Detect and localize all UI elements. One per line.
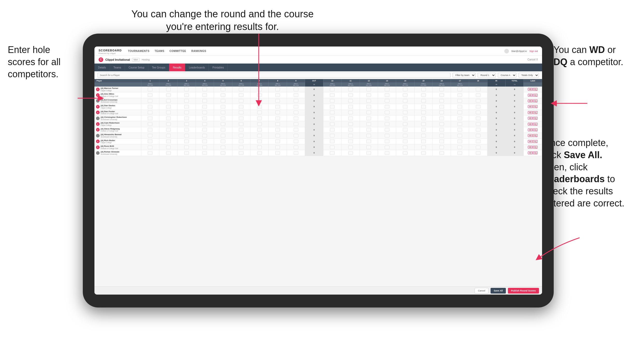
- hole-9-input[interactable]: [294, 122, 298, 126]
- hole-5-input[interactable]: [221, 88, 225, 91]
- hole-13-input[interactable]: [385, 88, 389, 91]
- hole-9-input[interactable]: [294, 128, 298, 132]
- hole-18-input[interactable]: [476, 105, 480, 109]
- hole-7-input[interactable]: [257, 151, 262, 155]
- wd-button[interactable]: WD: [528, 123, 533, 126]
- hole-14-input[interactable]: [403, 134, 408, 137]
- hole-14-input[interactable]: [403, 88, 408, 91]
- hole-14-input[interactable]: [403, 99, 408, 103]
- hole-7-input[interactable]: [257, 88, 262, 91]
- hole-8-input[interactable]: [275, 99, 280, 103]
- sign-out-link[interactable]: Sign out: [529, 50, 538, 52]
- hole-7-input[interactable]: [257, 122, 262, 126]
- hole-7-input[interactable]: [257, 117, 262, 120]
- hole-8-input[interactable]: [275, 122, 280, 126]
- hole-9-input[interactable]: [294, 93, 298, 97]
- hole-13-input[interactable]: [385, 145, 389, 149]
- hole-10-input[interactable]: [330, 99, 335, 103]
- hole-9-input[interactable]: [294, 99, 298, 103]
- dq-button[interactable]: DQ: [533, 117, 538, 120]
- hole-6-input[interactable]: [239, 93, 243, 97]
- hole-13-input[interactable]: [385, 151, 389, 155]
- hole-7-input[interactable]: [257, 134, 262, 137]
- hole-7-input[interactable]: [257, 145, 262, 149]
- hole-3-input[interactable]: [184, 145, 189, 149]
- hole-11-input[interactable]: [348, 93, 353, 97]
- hole-13-input[interactable]: [385, 140, 389, 143]
- hole-6-input[interactable]: [239, 117, 243, 120]
- hole-11-input[interactable]: [348, 134, 353, 137]
- hole-15-input[interactable]: [421, 111, 426, 114]
- hole-11-input[interactable]: [348, 128, 353, 132]
- hole-12-input[interactable]: [366, 99, 371, 103]
- tab-leaderboards[interactable]: Leaderboards: [185, 64, 209, 71]
- hole-2-input[interactable]: [166, 88, 171, 91]
- tab-details[interactable]: Details: [94, 64, 110, 71]
- hole-12-input[interactable]: [366, 122, 371, 126]
- hole-14-input[interactable]: [403, 128, 408, 132]
- hole-11-input[interactable]: [348, 117, 353, 120]
- hole-1-input[interactable]: [148, 140, 152, 143]
- wd-button[interactable]: WD: [528, 134, 533, 137]
- hole-12-input[interactable]: [366, 117, 371, 120]
- search-input[interactable]: [98, 73, 450, 78]
- hole-3-input[interactable]: [184, 117, 189, 120]
- hole-3-input[interactable]: [184, 140, 189, 143]
- hole-10-input[interactable]: [330, 134, 335, 137]
- hole-14-input[interactable]: [403, 111, 408, 114]
- nav-teams[interactable]: TEAMS: [155, 50, 165, 52]
- hole-9-input[interactable]: [294, 111, 298, 114]
- hole-16-input[interactable]: [439, 134, 444, 137]
- hole-18-input[interactable]: [476, 99, 480, 103]
- hole-4-input[interactable]: [202, 93, 207, 97]
- hole-2-input[interactable]: [166, 117, 171, 120]
- hole-14-input[interactable]: [403, 145, 408, 149]
- hole-6-input[interactable]: [239, 145, 243, 149]
- hole-6-input[interactable]: [239, 134, 243, 137]
- hole-18-input[interactable]: [476, 117, 480, 120]
- hole-5-input[interactable]: [221, 93, 225, 97]
- hole-6-input[interactable]: [239, 111, 243, 114]
- hole-4-input[interactable]: [202, 117, 207, 120]
- hole-5-input[interactable]: [221, 117, 225, 120]
- hole-17-input[interactable]: [457, 105, 462, 109]
- hole-1-input[interactable]: [148, 99, 152, 103]
- hole-4-input[interactable]: [202, 128, 207, 132]
- hole-11-input[interactable]: [348, 111, 353, 114]
- hole-16-input[interactable]: [439, 140, 444, 143]
- hole-3-input[interactable]: [184, 111, 189, 114]
- dq-button[interactable]: DQ: [533, 111, 538, 114]
- hole-6-input[interactable]: [239, 105, 243, 109]
- hole-11-input[interactable]: [348, 140, 353, 143]
- hole-4-input[interactable]: [202, 88, 207, 91]
- hole-15-input[interactable]: [421, 105, 426, 109]
- hole-18-input[interactable]: [476, 151, 480, 155]
- hole-1-input[interactable]: [148, 151, 152, 155]
- hole-4-input[interactable]: [202, 140, 207, 143]
- tab-teams[interactable]: Teams: [110, 64, 125, 71]
- hole-5-input[interactable]: [221, 122, 225, 126]
- dq-button[interactable]: DQ: [533, 146, 538, 149]
- hole-18-input[interactable]: [476, 145, 480, 149]
- tab-tee-groups[interactable]: Tee Groups: [148, 64, 169, 71]
- hole-15-input[interactable]: [421, 140, 426, 143]
- hole-17-input[interactable]: [457, 134, 462, 137]
- publish-button[interactable]: Publish Round Scores: [508, 288, 539, 294]
- hole-16-input[interactable]: [439, 122, 444, 126]
- hole-8-input[interactable]: [275, 145, 280, 149]
- hole-17-input[interactable]: [457, 88, 462, 91]
- hole-13-input[interactable]: [385, 117, 389, 120]
- wd-button[interactable]: WD: [528, 111, 533, 114]
- hole-4-input[interactable]: [202, 111, 207, 114]
- dq-button[interactable]: DQ: [533, 105, 538, 108]
- hole-6-input[interactable]: [239, 88, 243, 91]
- hole-18-input[interactable]: [476, 134, 480, 137]
- wd-button[interactable]: WD: [528, 128, 533, 131]
- tab-course-setup[interactable]: Course Setup: [125, 64, 148, 71]
- hole-8-input[interactable]: [275, 140, 280, 143]
- hole-9-input[interactable]: [294, 140, 298, 143]
- hole-10-input[interactable]: [330, 151, 335, 155]
- hole-1-input[interactable]: [148, 93, 152, 97]
- hole-5-input[interactable]: [221, 145, 225, 149]
- hole-8-input[interactable]: [275, 88, 280, 91]
